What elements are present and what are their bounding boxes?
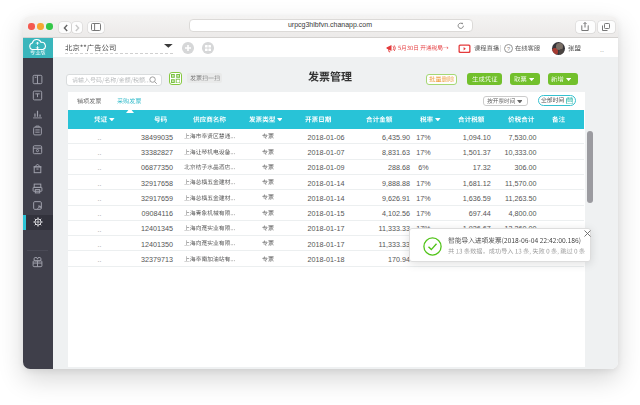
svg-text:?: ? bbox=[506, 45, 509, 51]
